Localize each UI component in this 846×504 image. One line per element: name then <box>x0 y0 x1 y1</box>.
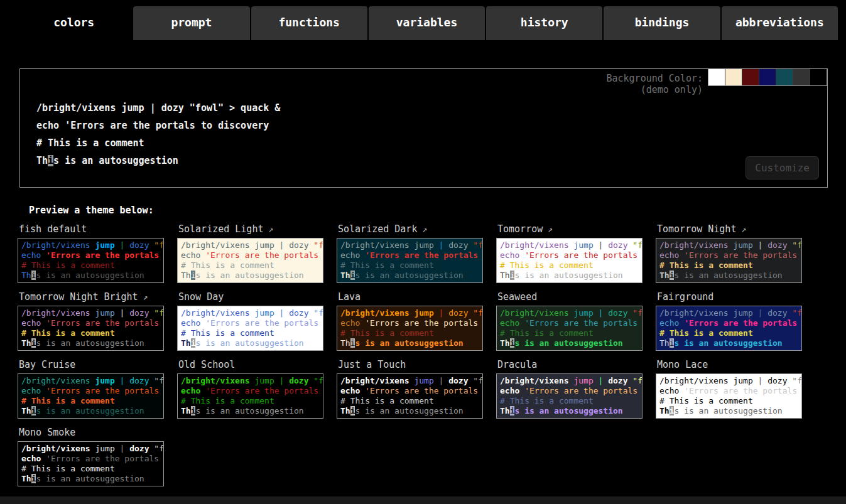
bg-swatch-row <box>708 69 827 86</box>
sample-line-command: /bright/vixens jump | dozy "fowl" > quac… <box>181 376 320 386</box>
tab-history[interactable]: history <box>486 6 602 40</box>
sample-line-comment: # This is a comment <box>340 260 479 271</box>
sample-line-comment: # This is a comment <box>500 396 639 406</box>
theme-card-tomorrow[interactable]: Tomorrow ↗/bright/vixens jump | dozy "fo… <box>496 223 643 283</box>
sample-line-autosuggestion: This is an autosuggestion <box>340 271 479 281</box>
sample-line-error: echo 'Errors are the portals to discover… <box>500 318 639 328</box>
theme-title: Snow Day <box>178 291 323 304</box>
theme-sample: /bright/vixens jump | dozy "fowl" > quac… <box>496 306 643 351</box>
theme-card-seaweed[interactable]: Seaweed/bright/vixens jump | dozy "fowl"… <box>496 291 643 351</box>
theme-sample: /bright/vixens jump | dozy "fowl" > quac… <box>177 238 323 283</box>
tab-functions[interactable]: functions <box>251 6 367 40</box>
tab-bindings[interactable]: bindings <box>604 6 720 40</box>
theme-sample: /bright/vixens jump | dozy "fowl" > quac… <box>337 373 483 419</box>
theme-card-lava[interactable]: Lava/bright/vixens jump | dozy "fowl" > … <box>337 291 483 351</box>
tab-variables[interactable]: variables <box>369 6 485 40</box>
theme-card-solarized-light[interactable]: Solarized Light ↗/bright/vixens jump | d… <box>177 223 323 283</box>
theme-sample: /bright/vixens jump | dozy "fowl" > quac… <box>18 238 164 283</box>
theme-card-tomorrow-night[interactable]: Tomorrow Night ↗/bright/vixens jump | do… <box>656 223 802 283</box>
bg-swatch-1[interactable] <box>725 69 742 85</box>
customize-button[interactable]: Customize <box>746 156 819 180</box>
theme-card-tomorrow-night-bright[interactable]: Tomorrow Night Bright ↗/bright/vixens ju… <box>18 291 164 351</box>
sample-line-autosuggestion: This is an autosuggestion <box>500 338 639 348</box>
sample-line-autosuggestion: This is an autosuggestion <box>340 338 479 348</box>
sample-line-autosuggestion: This is an autosuggestion <box>659 271 798 281</box>
theme-title: Old School <box>178 359 323 372</box>
sample-line-comment: # This is a comment <box>659 328 798 338</box>
sample-line-comment: # This is a comment <box>340 396 479 406</box>
external-link-icon: ↗ <box>417 225 427 234</box>
theme-title: Tomorrow ↗ <box>497 223 643 236</box>
external-link-icon: ↗ <box>543 225 553 234</box>
external-link-icon: ↗ <box>138 292 148 302</box>
sample-line-command: /bright/vixens jump | dozy "fowl" > quac… <box>500 376 639 386</box>
sample-line-comment: # This is a comment <box>21 396 160 406</box>
terminal-preview: /bright/vixens jump | dozy "fowl" > quac… <box>36 99 280 169</box>
sample-line-command: /bright/vixens jump | dozy "fowl" > quac… <box>340 240 479 250</box>
theme-title: Tomorrow Night ↗ <box>657 223 802 236</box>
sample-line-error: echo 'Errors are the portals to discover… <box>500 386 639 396</box>
theme-card-mono-smoke[interactable]: Mono Smoke/bright/vixens jump | dozy "fo… <box>18 427 164 486</box>
sample-line-comment: # This is a comment <box>181 328 320 338</box>
bg-swatch-2[interactable] <box>742 69 759 85</box>
tab-abbreviations[interactable]: abbreviations <box>722 6 838 40</box>
cursor-block: i <box>48 155 53 166</box>
sample-line-error: echo 'Errors are the portals to discover… <box>181 318 320 328</box>
theme-card-dracula[interactable]: Dracula/bright/vixens jump | dozy "fowl"… <box>496 359 643 419</box>
sample-line-command: /bright/vixens jump | dozy "fowl" > quac… <box>21 240 160 250</box>
theme-card-old-school[interactable]: Old School/bright/vixens jump | dozy "fo… <box>177 359 323 419</box>
theme-sample: /bright/vixens jump | dozy "fowl" > quac… <box>656 373 802 419</box>
fish-config-app: colorspromptfunctionsvariableshistorybin… <box>0 0 846 496</box>
sample-line-autosuggestion: This is an autosuggestion <box>181 406 320 416</box>
bg-swatch-3[interactable] <box>759 69 776 85</box>
sample-line-command: /bright/vixens jump | dozy "fowl" > quac… <box>21 444 160 454</box>
sample-line-comment: # This is a comment <box>21 328 160 338</box>
theme-sample: /bright/vixens jump | dozy "fowl" > quac… <box>656 306 802 351</box>
theme-sample: /bright/vixens jump | dozy "fowl" > quac… <box>337 306 483 351</box>
sample-line-command: /bright/vixens jump | dozy "fowl" > quac… <box>659 308 798 318</box>
theme-title: Mono Smoke <box>19 427 164 439</box>
preview-panel: Background Color:(demo only) /bright/vix… <box>19 68 828 188</box>
theme-title: fish default <box>19 223 164 236</box>
theme-card-fish-default[interactable]: fish default/bright/vixens jump | dozy "… <box>18 223 164 283</box>
theme-sample: /bright/vixens jump | dozy "fowl" > quac… <box>18 306 164 351</box>
sample-line-command: /bright/vixens jump | dozy "fowl" > quac… <box>659 240 798 250</box>
theme-sample: /bright/vixens jump | dozy "fowl" > quac… <box>496 373 643 419</box>
sample-line-autosuggestion: This is an autosuggestion <box>36 152 280 169</box>
sample-line-autosuggestion: This is an autosuggestion <box>500 406 639 416</box>
sample-line-command: /bright/vixens jump | dozy "fowl" > quac… <box>340 308 479 318</box>
sample-line-command: /bright/vixens jump | dozy "fowl" > quac… <box>181 308 320 318</box>
sample-line-error: echo 'Errors are the portals to discover… <box>181 386 320 396</box>
theme-grid: fish default/bright/vixens jump | dozy "… <box>18 223 846 486</box>
sample-line-error: echo 'Errors are the portals to discover… <box>21 454 160 464</box>
bg-swatch-6[interactable] <box>810 69 827 85</box>
sample-line-autosuggestion: This is an autosuggestion <box>181 271 320 281</box>
sample-line-comment: # This is a comment <box>36 134 280 152</box>
bg-swatch-0[interactable] <box>708 69 725 85</box>
theme-card-snow-day[interactable]: Snow Day/bright/vixens jump | dozy "fowl… <box>177 291 323 351</box>
theme-title: Seaweed <box>497 291 643 304</box>
theme-card-mono-lace[interactable]: Mono Lace/bright/vixens jump | dozy "fow… <box>656 359 802 419</box>
sample-line-autosuggestion: This is an autosuggestion <box>21 271 160 281</box>
theme-title: Fairground <box>657 291 802 304</box>
theme-card-just-a-touch[interactable]: Just a Touch/bright/vixens jump | dozy "… <box>337 359 483 419</box>
bg-swatch-4[interactable] <box>776 69 793 85</box>
theme-card-bay-cruise[interactable]: Bay Cruise/bright/vixens jump | dozy "fo… <box>18 359 164 419</box>
sample-line-error: echo 'Errors are the portals to discover… <box>340 318 479 328</box>
theme-title: Solarized Dark ↗ <box>338 223 483 236</box>
sample-line-autosuggestion: This is an autosuggestion <box>181 338 320 348</box>
theme-title: Just a Touch <box>338 359 483 372</box>
theme-sample: /bright/vixens jump | dozy "fowl" > quac… <box>18 441 164 486</box>
theme-title: Solarized Light ↗ <box>178 223 323 236</box>
sample-line-error: echo 'Errors are the portals to discover… <box>21 386 160 396</box>
sample-line-command: /bright/vixens jump | dozy "fowl" > quac… <box>340 376 479 386</box>
sample-line-command: /bright/vixens jump | dozy "fowl" > quac… <box>21 376 160 386</box>
tab-colors[interactable]: colors <box>16 6 132 40</box>
sample-line-command: /bright/vixens jump | dozy "fowl" > quac… <box>21 308 160 318</box>
bg-swatch-5[interactable] <box>793 69 810 85</box>
sample-line-comment: # This is a comment <box>500 260 639 271</box>
theme-card-fairground[interactable]: Fairground/bright/vixens jump | dozy "fo… <box>656 291 802 351</box>
theme-card-solarized-dark[interactable]: Solarized Dark ↗/bright/vixens jump | do… <box>337 223 483 283</box>
tab-prompt[interactable]: prompt <box>133 6 249 40</box>
sample-line-comment: # This is a comment <box>21 464 160 474</box>
